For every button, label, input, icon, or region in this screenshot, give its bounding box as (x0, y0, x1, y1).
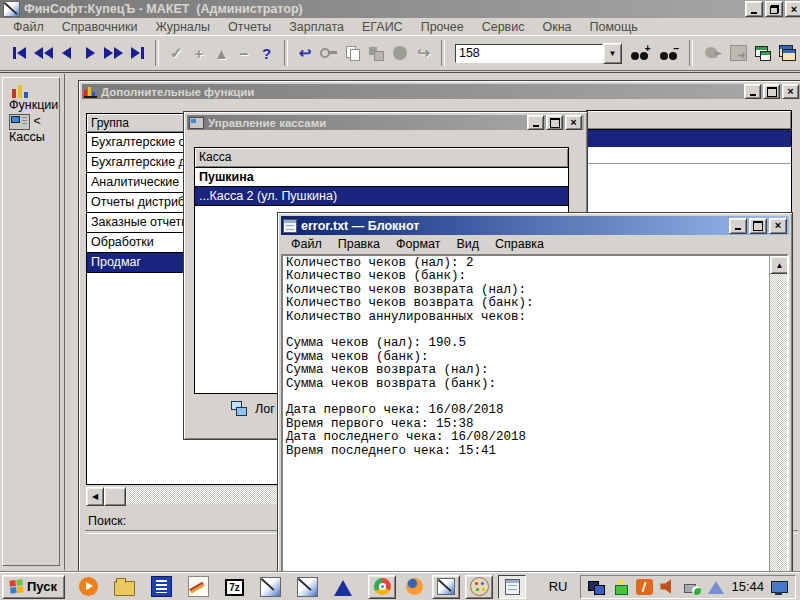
task-firefox-button[interactable] (401, 576, 427, 598)
menu-windows[interactable]: Окна (534, 19, 581, 35)
toolbar-separator (155, 40, 159, 66)
stop-icon[interactable] (393, 46, 406, 60)
maximize-button[interactable] (763, 84, 780, 99)
triangle-tray-icon[interactable] (708, 581, 724, 594)
minimize-button[interactable] (744, 84, 761, 99)
close-button[interactable]: × (769, 218, 787, 234)
nav-fast-back-button[interactable] (32, 41, 56, 65)
volume-tray-icon[interactable] (660, 579, 677, 595)
nav-fast-forward-button[interactable] (102, 41, 126, 65)
network-tray-icon[interactable] (612, 579, 629, 595)
sidebar-item-cash[interactable]: < Кассы (9, 114, 59, 144)
task-chrome-button[interactable] (368, 575, 396, 599)
menu-format[interactable]: Формат (388, 236, 448, 252)
functions-list-header[interactable] (587, 111, 791, 130)
main-titlebar[interactable]: ФинСофт:КупецЪ - МАКЕТ (Администратор) × (0, 0, 800, 18)
log-button[interactable]: Лог (230, 401, 275, 417)
minimize-button[interactable] (729, 218, 747, 234)
key-icon[interactable] (320, 47, 337, 59)
copy-icon[interactable] (345, 46, 360, 60)
menu-help[interactable]: Помощь (581, 19, 647, 35)
menu-help[interactable]: Справка (487, 236, 552, 252)
sidebar-item-functions[interactable]: Функции (9, 84, 59, 112)
pyramid-icon[interactable] (334, 580, 352, 596)
folder-icon[interactable] (114, 581, 135, 596)
redo-icon[interactable]: ↪ (413, 44, 436, 62)
combo-dropdown-button[interactable]: ▼ (603, 43, 622, 64)
finsoft-icon[interactable] (297, 577, 318, 597)
tray-icons: 15:44 (580, 575, 796, 599)
help-icon[interactable]: ? (255, 45, 278, 62)
cash-row-selected[interactable]: ...Касса 2 (ул. Пушкина) (195, 187, 568, 206)
menu-reports[interactable]: Отчеты (219, 19, 280, 35)
search-less-icon[interactable]: − (659, 45, 680, 61)
scroll-up-button[interactable]: ▲ (770, 256, 789, 274)
new-window-icon[interactable] (755, 46, 771, 61)
record-number-input[interactable] (455, 44, 603, 63)
finsoft-icon[interactable] (260, 577, 281, 597)
java-tray-icon[interactable] (636, 579, 653, 595)
minimize-button[interactable] (745, 1, 763, 17)
menu-view[interactable]: Вид (448, 236, 487, 252)
language-indicator[interactable]: RU (544, 577, 573, 596)
close-button[interactable]: × (565, 115, 582, 130)
usb-tray-icon[interactable] (684, 579, 701, 595)
media-player-icon[interactable] (79, 577, 98, 596)
edit-icon[interactable]: ▲ (210, 45, 233, 62)
display-tray-icon[interactable] (588, 579, 605, 595)
add-icon[interactable]: + (188, 45, 211, 62)
task-notepad-button-active[interactable] (498, 575, 526, 599)
task-finsoft-button[interactable] (432, 575, 460, 599)
bird-icon[interactable] (703, 45, 722, 61)
maximize-button[interactable] (749, 218, 767, 234)
archiver-icon[interactable]: 7z (225, 579, 244, 596)
maximize-icon (753, 221, 763, 231)
nav-back-button[interactable] (55, 41, 79, 65)
refresh-icon[interactable]: ↩ (294, 44, 317, 62)
task-palette-button[interactable] (465, 575, 493, 599)
report-icon[interactable] (730, 45, 747, 61)
menu-other[interactable]: Прочее (412, 19, 473, 35)
paste-icon[interactable] (368, 46, 383, 60)
clock[interactable]: 15:44 (731, 579, 764, 594)
cascade-windows-icon[interactable] (779, 45, 796, 61)
notes-icon[interactable] (188, 576, 209, 597)
search-more-icon[interactable]: + (630, 45, 651, 61)
menu-file[interactable]: Файл (4, 19, 53, 35)
scrollbar-track[interactable] (770, 274, 787, 572)
menu-edit[interactable]: Правка (330, 236, 388, 252)
menu-journals[interactable]: Журналы (146, 19, 219, 35)
minimize-button[interactable] (527, 115, 544, 130)
maximize-button[interactable] (546, 115, 563, 130)
notepad-vscrollbar[interactable]: ▲ (769, 256, 787, 572)
cash-row[interactable]: Пушкина (195, 168, 568, 187)
close-button[interactable]: × (782, 84, 799, 99)
close-button[interactable]: × (785, 1, 800, 17)
notepad-titlebar[interactable]: error.txt — Блокнот × (281, 216, 789, 235)
cash-list-header[interactable]: Касса (195, 148, 568, 168)
functions-row[interactable] (587, 147, 791, 164)
fast-forward-icon (104, 47, 113, 59)
scrollbar-thumb[interactable] (104, 487, 126, 506)
scroll-left-button[interactable]: ◀ (86, 487, 104, 506)
delete-icon[interactable]: − (233, 45, 256, 62)
notepad-icon (283, 219, 297, 233)
menu-directories[interactable]: Справочники (53, 19, 147, 35)
nav-forward-button[interactable] (79, 41, 103, 65)
start-button[interactable]: Пуск (2, 575, 65, 599)
monitor-tray-icon[interactable] (771, 580, 788, 596)
nav-first-button[interactable] (8, 41, 32, 65)
confirm-icon[interactable]: ✓ (165, 44, 188, 62)
menu-salary[interactable]: Зарплата (280, 19, 353, 35)
menu-file[interactable]: Файл (283, 236, 330, 252)
cash-register-icon (9, 114, 30, 130)
functions-row-selected[interactable] (587, 130, 791, 147)
cash-window-titlebar[interactable]: Управление кассами × (187, 115, 584, 130)
menu-egais[interactable]: ЕГАИС (353, 19, 412, 35)
notepad-text[interactable]: Количество чеков (нал): 2 Количество чек… (283, 256, 769, 572)
extra-functions-titlebar[interactable]: Дополнительные функции × (82, 84, 800, 99)
restore-button[interactable] (765, 1, 783, 17)
menu-service[interactable]: Сервис (473, 19, 534, 35)
catalog-icon[interactable] (151, 576, 172, 597)
nav-last-button[interactable] (126, 41, 150, 65)
